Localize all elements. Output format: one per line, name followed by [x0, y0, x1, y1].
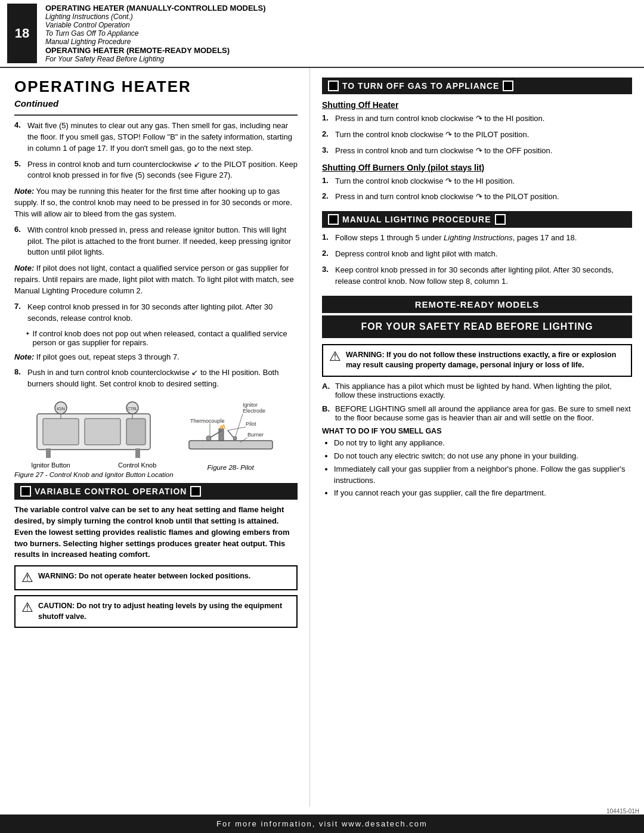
- manual-3-text: Keep control knob pressed in for 30 seco…: [335, 265, 632, 287]
- figures-area: IGN CTRL Ignitor Button Control Knob Fig…: [14, 396, 298, 478]
- remote-ready-header: Remote-Ready Models: [322, 296, 632, 313]
- manual-lighting-header: Manual Lighting Procedure: [322, 211, 632, 228]
- item-5-text: Press in control knob and turn countercl…: [27, 159, 298, 182]
- svg-rect-3: [126, 419, 145, 445]
- caution-bold-1: CAUTION: Do not try to adjust heating le…: [38, 602, 282, 621]
- page-wrapper: 18 OPERATING HEATER (MANUALLY-CONTROLLED…: [0, 0, 644, 833]
- page-footer: For more information, visit www.desatech…: [0, 815, 644, 833]
- manual-lighting-title: Manual Lighting Procedure: [342, 215, 491, 224]
- shutting-item-2: 2. Turn the control knob clockwise ↷ to …: [322, 129, 632, 141]
- bullet-7a: • If control knob does not pop out when …: [26, 329, 298, 347]
- turn-off-gas-header: To Turn Off Gas To Appliance: [322, 78, 632, 94]
- header-line-6: OPERATING HEATER (REMOTE-READY MODELS): [45, 46, 266, 55]
- list-item-8: 8. Push in and turn control knob counter…: [14, 367, 298, 390]
- svg-line-16: [228, 431, 234, 438]
- figure-28-svg: Ignitor Electrode Thermocouple Pilot Bur…: [183, 396, 278, 462]
- ignitor-button-label: Ignitor Button: [31, 462, 70, 469]
- figure-28-caption: Figure 28- Pilot: [208, 464, 254, 471]
- remote-ready-section: Remote-Ready Models For Your Safety Read…: [322, 296, 632, 500]
- note-2-text: If pilot does not light, contact a quali…: [14, 264, 294, 295]
- variable-control-title: Variable Control Operation: [35, 487, 187, 496]
- svg-rect-1: [43, 419, 79, 445]
- shutting-2-text: Turn the control knob clockwise ↷ to the…: [335, 129, 632, 141]
- warning-bold-1: WARNING: Do not operate heater between l…: [38, 572, 250, 580]
- note-2-label: Note:: [14, 264, 34, 272]
- note-3: Note: If pilot goes out, repeat steps 3 …: [14, 352, 298, 363]
- burners-1-num: 1.: [322, 176, 333, 187]
- svg-line-18: [236, 414, 243, 436]
- item-8-text: Push in and turn control knob counterclo…: [27, 367, 298, 390]
- shutting-1-text: Press in and turn control knob clockwise…: [335, 113, 632, 125]
- manual-item-1: 1. Follow steps 1 through 5 under Lighti…: [322, 233, 632, 244]
- svg-text:IGN: IGN: [57, 406, 65, 411]
- caution-icon-1: ⚠: [21, 601, 33, 614]
- svg-line-20: [227, 427, 246, 431]
- note-3-text: If pilot goes out, repeat steps 3 throug…: [36, 352, 179, 361]
- item-8-num: 8.: [14, 367, 25, 390]
- left-column: Operating Heater Continued 4. Wait five …: [0, 68, 310, 807]
- header-line-5: Manual Lighting Procedure: [45, 38, 266, 46]
- control-knob-label: Control Knob: [118, 462, 156, 469]
- variable-control-text: The variable control valve can be set to…: [14, 504, 298, 561]
- burners-item-2: 2. Press in and turn control knob clockw…: [322, 191, 632, 203]
- burners-1-text: Turn the control knob clockwise ↷ to the…: [335, 176, 632, 187]
- bullet-7a-text: If control knob does not pop out when re…: [33, 329, 298, 347]
- svg-rect-2: [85, 419, 120, 445]
- header-line-7: For Your Safety Read Before Lighting: [45, 55, 266, 63]
- shutting-2-num: 2.: [322, 129, 333, 141]
- page-title: Operating Heater: [14, 78, 298, 96]
- shutting-item-1: 1. Press in and turn control knob clockw…: [322, 113, 632, 125]
- caution-text-1: CAUTION: Do not try to adjust heating le…: [38, 601, 290, 622]
- item-4-num: 4.: [14, 120, 25, 154]
- manual-1-text: Follow steps 1 through 5 under Lighting …: [335, 233, 632, 244]
- continued-label: Continued: [14, 98, 298, 109]
- svg-text:CTRL: CTRL: [128, 407, 138, 411]
- burners-item-1: 1. Turn the control knob clockwise ↷ to …: [322, 176, 632, 187]
- figure-28-box: Ignitor Electrode Thermocouple Pilot Bur…: [183, 396, 278, 471]
- header-line-3: Variable Control Operation: [45, 21, 266, 29]
- shutting-3-num: 3.: [322, 145, 333, 157]
- item-6-text: With control knob pressed in, press and …: [27, 225, 298, 259]
- burners-2-num: 2.: [322, 191, 333, 203]
- svg-rect-12: [189, 441, 273, 449]
- header-line-2: Lighting Instructions (Cont.): [45, 13, 266, 21]
- item-6-num: 6.: [14, 225, 25, 259]
- variable-control-header: Variable Control Operation: [14, 483, 298, 500]
- safety-read-title: For Your Safety Read Before Lighting: [361, 321, 593, 332]
- shutting-1-num: 1.: [322, 113, 333, 125]
- list-item-5: 5. Press in control knob and turn counte…: [14, 159, 298, 182]
- note-1: Note: You may be running this heater for…: [14, 186, 298, 220]
- warning-box-2: ⚠ WARNING: If you do not follow these in…: [322, 344, 632, 377]
- figure-27-caption: Figure 27 - Control Knob and Ignitor But…: [14, 471, 174, 478]
- list-item-4: 4. Wait five (5) minutes to clear out an…: [14, 120, 298, 154]
- warning-icon-1: ⚠: [21, 571, 33, 584]
- manual-1-num: 1.: [322, 233, 333, 244]
- alpha-a-text: This appliance has a pilot which must be…: [335, 382, 632, 400]
- item-7-num: 7.: [14, 302, 25, 324]
- thermocouple-label: Thermocouple: [190, 418, 225, 424]
- warning-icon-2: ⚠: [329, 350, 341, 363]
- note-1-label: Note:: [14, 187, 34, 196]
- svg-rect-5: [135, 448, 140, 458]
- list-item: Immediately call your gas supplier from …: [334, 464, 632, 487]
- page-number: 18: [7, 4, 37, 63]
- item-7-text: Keep control knob pressed in for 30 seco…: [27, 302, 298, 324]
- doc-number: 104415-01H: [0, 807, 644, 815]
- shutting-item-3: 3. Press in control knob and turn clockw…: [322, 145, 632, 157]
- warning-text-2: WARNING: If you do not follow these inst…: [346, 350, 625, 371]
- figure-27-svg: IGN CTRL: [31, 396, 156, 462]
- header-text-block: OPERATING HEATER (MANUALLY-CONTROLLED MO…: [45, 4, 266, 63]
- svg-rect-4: [46, 448, 51, 458]
- shutting-3-text: Press in control knob and turn clockwise…: [335, 145, 632, 157]
- note-3-label: Note:: [14, 352, 34, 361]
- burner-label: Burner: [247, 432, 264, 438]
- pilot-label: Pilot: [246, 421, 256, 427]
- shutting-burners-title: Shutting Off Burners Only (pilot stays l…: [322, 163, 632, 172]
- svg-point-15: [206, 436, 211, 441]
- what-to-do-title: WHAT TO DO IF YOU SMELL GAS: [322, 427, 632, 435]
- page-header: 18 OPERATING HEATER (MANUALLY-CONTROLLED…: [0, 0, 644, 68]
- safety-read-box: For Your Safety Read Before Lighting: [322, 315, 632, 338]
- manual-2-num: 2.: [322, 249, 333, 260]
- item-5-num: 5.: [14, 159, 25, 182]
- note-2: Note: If pilot does not light, contact a…: [14, 263, 298, 297]
